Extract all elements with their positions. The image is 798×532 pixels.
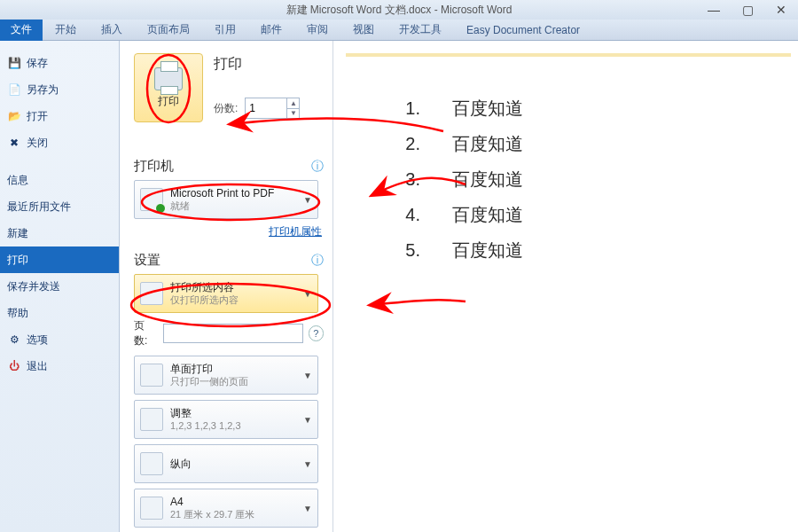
- copies-up[interactable]: ▲: [286, 98, 299, 109]
- list-item: 5.百度知道: [395, 232, 523, 268]
- copies-stepper[interactable]: ▲▼: [245, 98, 300, 119]
- chevron-down-icon: ▼: [303, 415, 312, 425]
- backstage-nav: 💾保存 📄另存为 📂打开 ✖关闭 信息 最近所用文件 新建 打印 保存并发送 帮…: [0, 41, 120, 532]
- tab-insert[interactable]: 插入: [89, 19, 135, 41]
- collate-title: 调整: [170, 407, 241, 419]
- chevron-down-icon: ▼: [303, 459, 312, 469]
- nav-recent-label: 最近所用文件: [7, 200, 71, 215]
- nav-exit[interactable]: ⏻退出: [0, 353, 119, 379]
- nav-save[interactable]: 💾保存: [0, 50, 119, 76]
- copies-down[interactable]: ▼: [286, 109, 299, 119]
- print-preview: 1.百度知道 2.百度知道 3.百度知道 4.百度知道 5.百度知道: [332, 41, 798, 532]
- nav-savesend-label: 保存并发送: [7, 279, 60, 294]
- open-icon: 📂: [7, 109, 21, 123]
- tab-pagelayout[interactable]: 页面布局: [135, 19, 202, 41]
- settings-header: 设置ⓘ: [134, 252, 324, 269]
- pages-row: 页数: ?: [134, 318, 324, 348]
- chevron-down-icon: ▼: [303, 289, 312, 299]
- backstage: 💾保存 📄另存为 📂打开 ✖关闭 信息 最近所用文件 新建 打印 保存并发送 帮…: [0, 41, 798, 532]
- tab-easydoc[interactable]: Easy Document Creator: [454, 20, 592, 40]
- paper-size-select[interactable]: A421 厘米 x 29.7 厘米 ▼: [134, 489, 318, 528]
- chevron-down-icon: ▼: [303, 504, 312, 513]
- tab-review[interactable]: 审阅: [294, 19, 340, 41]
- nav-close[interactable]: ✖关闭: [0, 129, 119, 156]
- tab-home[interactable]: 开始: [43, 19, 89, 41]
- collate-select[interactable]: 调整1,2,3 1,2,3 1,2,3 ▼: [134, 400, 318, 439]
- info-icon[interactable]: ⓘ: [311, 159, 324, 175]
- list-item: 4.百度知道: [395, 197, 523, 232]
- nav-open-label: 打开: [27, 109, 48, 124]
- print-panel: 打印 打印 份数: ▲▼ 打印机ⓘ Microsoft Print to PDF…: [120, 41, 332, 532]
- collate-icon: [140, 408, 163, 431]
- tab-file[interactable]: 文件: [0, 20, 43, 41]
- chevron-down-icon: ▼: [303, 371, 312, 380]
- copies-row: 份数: ▲▼: [214, 98, 300, 119]
- print-button[interactable]: 打印: [134, 53, 203, 122]
- collate-sub: 1,2,3 1,2,3 1,2,3: [170, 420, 241, 432]
- nav-open[interactable]: 📂打开: [0, 103, 119, 129]
- pages-input[interactable]: [163, 324, 303, 343]
- scope-sub: 仅打印所选内容: [170, 294, 239, 306]
- tab-mail[interactable]: 邮件: [248, 19, 294, 41]
- nav-info-label: 信息: [7, 173, 28, 188]
- list-item: 2.百度知道: [395, 126, 523, 161]
- printer-properties-link[interactable]: 打印机属性: [134, 224, 322, 239]
- paper-size-icon: [140, 497, 163, 520]
- nav-options[interactable]: ⚙选项: [0, 326, 119, 353]
- nav-options-label: 选项: [27, 332, 48, 348]
- tab-references[interactable]: 引用: [202, 19, 248, 41]
- printer-name: Microsoft Print to PDF: [170, 187, 274, 200]
- orient-title: 纵向: [170, 458, 192, 470]
- nav-print[interactable]: 打印: [0, 246, 119, 273]
- tab-devtools[interactable]: 开发工具: [387, 19, 454, 41]
- help-icon[interactable]: ?: [309, 325, 325, 341]
- document-content: 1.百度知道 2.百度知道 3.百度知道 4.百度知道 5.百度知道: [395, 90, 523, 268]
- close-file-icon: ✖: [7, 136, 21, 150]
- nav-savesend[interactable]: 保存并发送: [0, 273, 119, 300]
- pages-label: 页数:: [134, 318, 158, 348]
- info-icon-2[interactable]: ⓘ: [311, 253, 324, 269]
- window-title: 新建 Microsoft Word 文档.docx - Microsoft Wo…: [286, 3, 512, 18]
- ribbon-tabs: 文件 开始 插入 页面布局 引用 邮件 审阅 视图 开发工具 Easy Docu…: [0, 20, 798, 41]
- paper-sub: 21 厘米 x 29.7 厘米: [170, 509, 254, 520]
- printer-select[interactable]: Microsoft Print to PDF就绪 ▼: [134, 180, 318, 219]
- orientation-select[interactable]: 纵向 ▼: [134, 444, 318, 483]
- window-controls: — ▢ ✕: [697, 0, 798, 20]
- exit-icon: ⏻: [7, 359, 21, 373]
- side-select[interactable]: 单面打印只打印一侧的页面 ▼: [134, 356, 318, 395]
- close-button[interactable]: ✕: [764, 0, 798, 20]
- copies-input[interactable]: [246, 98, 286, 118]
- nav-saveas[interactable]: 📄另存为: [0, 76, 119, 103]
- nav-help[interactable]: 帮助: [0, 300, 119, 326]
- minimize-button[interactable]: —: [697, 0, 731, 20]
- scope-title: 打印所选内容: [170, 281, 239, 293]
- nav-help-label: 帮助: [7, 306, 28, 321]
- page-selection-icon: [140, 282, 163, 305]
- copies-label: 份数:: [214, 101, 238, 116]
- print-button-label: 打印: [158, 94, 179, 109]
- nav-saveas-label: 另存为: [27, 82, 59, 98]
- print-title: 打印: [214, 55, 242, 74]
- side-sub: 只打印一侧的页面: [170, 376, 248, 387]
- list-item: 3.百度知道: [395, 161, 523, 197]
- chevron-down-icon: ▼: [303, 195, 312, 205]
- side-title: 单面打印: [170, 363, 248, 375]
- printer-device-icon: [140, 188, 163, 211]
- nav-new-label: 新建: [7, 226, 28, 241]
- single-side-icon: [140, 364, 163, 387]
- maximize-button[interactable]: ▢: [731, 0, 764, 20]
- list-item: 1.百度知道: [395, 90, 523, 126]
- nav-info[interactable]: 信息: [0, 167, 119, 193]
- nav-save-label: 保存: [27, 56, 48, 71]
- nav-close-label: 关闭: [27, 136, 48, 151]
- printer-header: 打印机ⓘ: [134, 158, 324, 175]
- print-scope-select[interactable]: 打印所选内容仅打印所选内容 ▼: [134, 274, 318, 313]
- nav-new[interactable]: 新建: [0, 220, 119, 246]
- tab-view[interactable]: 视图: [340, 19, 387, 41]
- nav-recent[interactable]: 最近所用文件: [0, 193, 119, 220]
- paper-title: A4: [170, 496, 254, 508]
- nav-print-label: 打印: [7, 253, 28, 268]
- options-icon: ⚙: [7, 332, 21, 347]
- preview-page-edge: [346, 53, 791, 59]
- printer-status: 就绪: [170, 200, 274, 212]
